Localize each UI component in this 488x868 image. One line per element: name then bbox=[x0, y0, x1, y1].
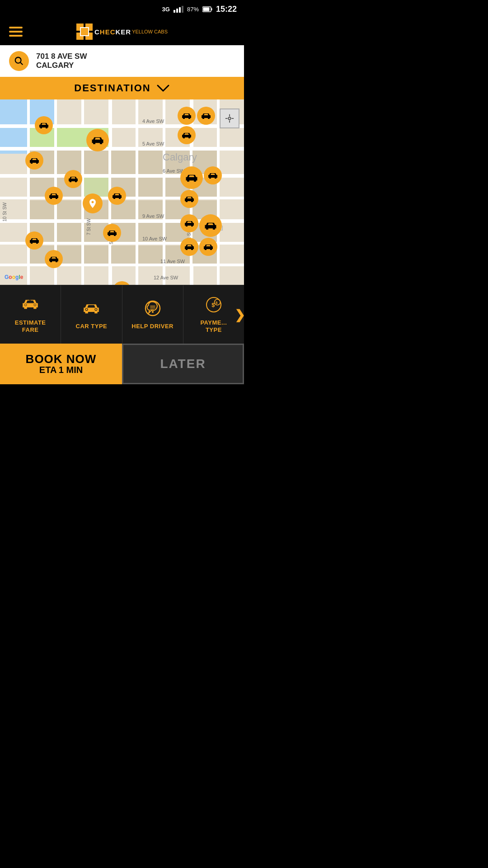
svg-text:7 St SW: 7 St SW bbox=[86, 218, 91, 235]
svg-text:10 St SW: 10 St SW bbox=[2, 202, 7, 222]
svg-point-131 bbox=[152, 311, 154, 313]
eta-label: ETA bbox=[39, 365, 57, 375]
cab-marker-br1[interactable] bbox=[180, 214, 198, 232]
app-header: CHECKER YELLOW CABS bbox=[0, 18, 244, 45]
svg-text:5 Ave SW: 5 Ave SW bbox=[142, 141, 164, 146]
svg-rect-51 bbox=[57, 223, 81, 242]
cab-marker-rm3[interactable] bbox=[180, 190, 198, 208]
scroll-right-arrow[interactable]: ❯ bbox=[235, 307, 244, 322]
user-location-pin bbox=[83, 193, 103, 213]
estimate-fare-label: ESTIMATE FARE bbox=[15, 319, 46, 333]
svg-point-126 bbox=[34, 304, 36, 306]
network-type: 3G bbox=[162, 6, 170, 13]
svg-rect-15 bbox=[0, 147, 244, 151]
svg-text:$: $ bbox=[216, 301, 218, 305]
svg-point-115 bbox=[192, 247, 193, 249]
svg-point-125 bbox=[24, 304, 27, 306]
svg-text:Calgary: Calgary bbox=[163, 151, 197, 163]
cab-marker-tr1[interactable] bbox=[178, 107, 196, 125]
cab-marker-rm1[interactable] bbox=[180, 166, 203, 189]
svg-rect-21 bbox=[27, 99, 30, 285]
svg-rect-23 bbox=[81, 99, 84, 285]
payment-type-button[interactable]: $ $ PAYME... TYPE ❯ bbox=[183, 285, 244, 344]
cab-marker-2[interactable] bbox=[25, 151, 43, 170]
svg-point-103 bbox=[189, 136, 190, 137]
svg-rect-40 bbox=[138, 178, 163, 197]
svg-point-102 bbox=[183, 136, 185, 137]
recenter-button[interactable] bbox=[220, 108, 239, 128]
destination-bar[interactable]: DESTINATION bbox=[0, 77, 244, 99]
battery-icon bbox=[202, 6, 212, 12]
cab-marker-4[interactable] bbox=[64, 170, 82, 188]
svg-text:12 Ave SW: 12 Ave SW bbox=[154, 275, 178, 280]
help-driver-button[interactable]: HELP DRIVER bbox=[122, 285, 183, 344]
svg-point-80 bbox=[41, 126, 42, 127]
cab-marker-br3[interactable] bbox=[180, 238, 198, 256]
cab-marker-7[interactable] bbox=[103, 224, 121, 242]
svg-point-9 bbox=[15, 57, 21, 63]
estimate-fare-button[interactable]: $ ESTIMATE FARE bbox=[0, 285, 61, 344]
svg-point-84 bbox=[94, 141, 95, 142]
svg-point-101 bbox=[208, 116, 210, 118]
cab-marker-1[interactable] bbox=[35, 116, 53, 134]
payment-type-label: PAYME... TYPE bbox=[200, 319, 227, 333]
svg-point-129 bbox=[95, 308, 97, 311]
map-view[interactable]: 4 Ave SW 5 Ave SW 6 Ave SW 9 Ave SW 10 A… bbox=[0, 99, 244, 285]
svg-point-111 bbox=[192, 224, 193, 225]
svg-point-85 bbox=[100, 141, 102, 142]
location-bar[interactable]: 701 8 AVE SW CALGARY bbox=[0, 45, 244, 77]
svg-point-86 bbox=[70, 179, 71, 181]
svg-text:11 Ave SW: 11 Ave SW bbox=[160, 259, 185, 264]
menu-button[interactable] bbox=[9, 27, 23, 37]
cab-marker-3[interactable] bbox=[86, 129, 109, 151]
svg-point-106 bbox=[210, 175, 211, 177]
svg-rect-1 bbox=[203, 7, 209, 11]
cab-marker-8[interactable] bbox=[25, 231, 43, 250]
cab-marker-tr3[interactable] bbox=[178, 126, 196, 144]
svg-rect-36 bbox=[138, 151, 163, 174]
cab-marker-5[interactable] bbox=[45, 187, 63, 205]
svg-point-93 bbox=[114, 233, 116, 235]
eta-display: ETA 1 MIN bbox=[39, 365, 83, 375]
svg-rect-25 bbox=[136, 99, 138, 285]
eta-value: 1 MIN bbox=[59, 365, 83, 375]
location-search-button[interactable] bbox=[9, 51, 29, 71]
svg-point-107 bbox=[215, 175, 216, 177]
cab-marker-tr2[interactable] bbox=[197, 107, 215, 125]
crosshair-icon bbox=[225, 113, 235, 123]
cab-marker-br4[interactable] bbox=[199, 238, 217, 256]
svg-rect-61 bbox=[138, 245, 163, 264]
later-label: LATER bbox=[160, 357, 206, 371]
svg-rect-33 bbox=[84, 151, 108, 174]
car-type-button[interactable]: CAR TYPE bbox=[61, 285, 122, 344]
svg-point-97 bbox=[56, 259, 57, 260]
street-address: 701 8 AVE SW bbox=[36, 52, 87, 61]
book-now-button[interactable]: BOOK NOW ETA 1 MIN bbox=[0, 344, 122, 384]
svg-point-88 bbox=[50, 196, 52, 198]
svg-point-94 bbox=[31, 241, 32, 242]
svg-point-87 bbox=[75, 179, 77, 181]
cab-marker-9[interactable] bbox=[45, 250, 63, 268]
logo-text: CHECKER bbox=[94, 28, 131, 36]
svg-point-114 bbox=[186, 247, 188, 249]
svg-rect-2 bbox=[211, 8, 212, 10]
svg-rect-8 bbox=[81, 28, 88, 35]
signal-bars bbox=[174, 6, 183, 13]
svg-text:10 Ave SW: 10 Ave SW bbox=[142, 236, 167, 241]
svg-point-108 bbox=[186, 199, 188, 200]
svg-point-112 bbox=[206, 226, 208, 228]
svg-point-99 bbox=[189, 116, 190, 118]
svg-point-116 bbox=[205, 247, 206, 249]
svg-rect-60 bbox=[111, 245, 136, 264]
cab-marker-br2[interactable] bbox=[199, 214, 222, 237]
book-now-label: BOOK NOW bbox=[26, 353, 97, 365]
payment-type-icon: $ $ bbox=[205, 296, 223, 316]
cab-marker-6[interactable] bbox=[108, 187, 126, 205]
book-later-button[interactable]: LATER bbox=[122, 344, 244, 384]
svg-point-128 bbox=[86, 308, 88, 311]
svg-point-100 bbox=[203, 116, 204, 118]
help-driver-label: HELP DRIVER bbox=[131, 323, 174, 330]
cab-cluster-right-mid bbox=[180, 166, 239, 208]
action-bar: $ ESTIMATE FARE CAR TYPE bbox=[0, 285, 244, 344]
cab-marker-rm2[interactable] bbox=[204, 166, 222, 184]
